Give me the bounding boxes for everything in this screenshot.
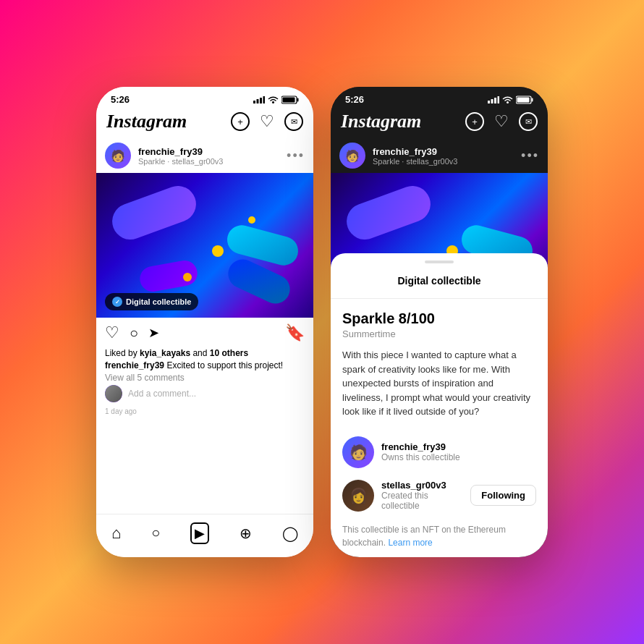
caption-body: Excited to support this project!	[166, 360, 283, 370]
ig-logo-right: Instagram	[341, 111, 421, 132]
collectible-subtitle: Summertime	[331, 329, 548, 339]
check-icon: ✓	[112, 297, 122, 307]
nav-profile[interactable]: ◯	[282, 525, 298, 542]
status-bar-right: 5:26	[331, 87, 548, 108]
caption-username[interactable]: frenchie_fry39	[105, 360, 164, 370]
svg-rect-6	[297, 98, 299, 101]
heart-icon-right[interactable]: ♡	[494, 112, 509, 131]
commenter-avatar	[105, 385, 122, 402]
status-bar-left: 5:26	[96, 87, 313, 108]
yellow-dot-1	[212, 245, 224, 257]
time-right: 5:26	[345, 94, 364, 105]
svg-rect-2	[260, 98, 262, 103]
svg-rect-1	[257, 99, 259, 103]
svg-rect-11	[498, 96, 500, 103]
liked-username[interactable]: kyia_kayaks	[140, 348, 190, 358]
creator-role: Created this collectible	[381, 491, 463, 511]
owner-name[interactable]: frenchie_fry39	[381, 441, 536, 452]
avatar-left[interactable]: 🧑	[105, 143, 131, 169]
owner-role: Owns this collectible	[381, 452, 536, 462]
wifi-icon-right	[502, 96, 513, 103]
ig-header-right: Instagram + ♡ ✉	[331, 108, 548, 138]
bookmark-icon-left[interactable]: 🔖	[285, 323, 305, 342]
post-info-right: frenchie_fry39 Sparkle · stellas_gr00v3	[373, 146, 514, 166]
svg-rect-9	[491, 99, 493, 103]
share-icon-left[interactable]: ➤	[148, 325, 159, 341]
caption-text: frenchie_fry39 Excited to support this p…	[105, 360, 305, 370]
sheet-divider	[331, 298, 548, 299]
nav-home[interactable]: ⌂	[111, 524, 121, 543]
timestamp-left: 1 day ago	[96, 407, 313, 421]
post-username-left[interactable]: frenchie_fry39	[138, 146, 279, 157]
learn-more-link[interactable]: Learn more	[388, 538, 432, 548]
svg-point-12	[507, 101, 509, 103]
ig-header-icons-right: + ♡ ✉	[465, 112, 538, 131]
time-left: 5:26	[111, 94, 130, 105]
wifi-icon	[268, 96, 279, 103]
bottom-sheet: Digital collectible Sparkle 8/100 Summer…	[331, 253, 548, 557]
owner-row: 🧑 frenchie_fry39 Owns this collectible	[331, 431, 548, 474]
like-icon-left[interactable]: ♡	[105, 323, 119, 342]
heart-icon-left[interactable]: ♡	[260, 114, 274, 130]
collectible-description: With this piece I wanted to capture what…	[331, 348, 548, 419]
signal-icon	[253, 96, 265, 103]
messenger-icon-left[interactable]: ✉	[284, 112, 303, 131]
battery-icon-right	[516, 96, 533, 104]
more-dots-left[interactable]: •••	[287, 148, 305, 164]
post-header-right: 🧑 frenchie_fry39 Sparkle · stellas_gr00v…	[331, 138, 548, 173]
post-subtitle-left: Sparkle · stellas_gr00v3	[138, 157, 279, 166]
badge-text: Digital collectible	[126, 297, 191, 306]
post-actions-left: ♡ ○ ➤ 🔖	[96, 318, 313, 348]
nav-shop[interactable]: ⊕	[240, 525, 252, 542]
svg-rect-10	[494, 98, 496, 103]
post-info-left: frenchie_fry39 Sparkle · stellas_gr00v3	[138, 146, 279, 166]
liked-by: Liked by kyia_kayaks and 10 others	[105, 348, 305, 358]
post-image-left: ✓ Digital collectible	[96, 173, 313, 318]
ig-header-left: Instagram + ♡ ✉	[96, 108, 313, 138]
comment-icon-left[interactable]: ○	[130, 325, 138, 342]
more-dots-right[interactable]: •••	[521, 148, 539, 164]
view-comments[interactable]: View all 5 comments	[105, 373, 305, 383]
nft-disclaimer: This collectible is an NFT on the Ethere…	[331, 517, 548, 549]
action-icons-left: ♡ ○ ➤	[105, 323, 285, 342]
following-button[interactable]: Following	[470, 485, 536, 506]
messenger-icon-right[interactable]: ✉	[519, 112, 538, 131]
fluid-shape-right-1	[342, 181, 436, 245]
avatar-right[interactable]: 🧑	[339, 143, 365, 169]
right-phone: 5:26 Instagram + ♡ ✉	[331, 87, 548, 557]
add-comment-row: Add a comment...	[105, 385, 305, 402]
svg-rect-0	[253, 101, 255, 103]
ig-logo-left: Instagram	[106, 111, 187, 132]
post-header-left: 🧑 frenchie_fry39 Sparkle · stellas_gr00v…	[96, 138, 313, 173]
yellow-dot-3	[248, 216, 255, 224]
post-username-right[interactable]: frenchie_fry39	[373, 146, 514, 157]
creator-avatar[interactable]: 👩	[342, 480, 374, 512]
svg-rect-3	[263, 96, 266, 103]
left-phone: 5:26 Instagram + ♡	[96, 87, 313, 557]
svg-rect-14	[532, 98, 533, 101]
creator-info: stellas_gr00v3 Created this collectible	[381, 480, 463, 511]
yellow-dot-2	[183, 273, 192, 281]
digital-collectible-badge[interactable]: ✓ Digital collectible	[105, 293, 198, 310]
nav-search[interactable]: ○	[151, 525, 160, 541]
bottom-nav-left: ⌂ ○ ▶ ⊕ ◯	[96, 514, 313, 557]
svg-rect-7	[283, 97, 295, 102]
owner-info: frenchie_fry39 Owns this collectible	[381, 441, 536, 462]
creator-name[interactable]: stellas_gr00v3	[381, 480, 463, 491]
add-icon-right[interactable]: +	[465, 112, 484, 131]
add-icon-left[interactable]: +	[231, 112, 250, 131]
svg-rect-15	[517, 97, 530, 102]
owner-avatar[interactable]: 🧑	[342, 436, 374, 468]
svg-rect-8	[488, 101, 490, 103]
svg-point-4	[272, 101, 274, 103]
sheet-handle	[425, 260, 454, 263]
fluid-shape-1	[107, 181, 201, 245]
battery-icon	[281, 96, 299, 104]
comment-input[interactable]: Add a comment...	[128, 389, 196, 399]
ig-header-icons-left: + ♡ ✉	[231, 112, 303, 131]
creator-row: 👩 stellas_gr00v3 Created this collectibl…	[331, 474, 548, 517]
post-subtitle-right: Sparkle · stellas_gr00v3	[373, 157, 514, 166]
nav-reels[interactable]: ▶	[190, 522, 209, 544]
collectible-title: Sparkle 8/100	[331, 310, 548, 327]
liked-count: 10 others	[210, 348, 248, 358]
